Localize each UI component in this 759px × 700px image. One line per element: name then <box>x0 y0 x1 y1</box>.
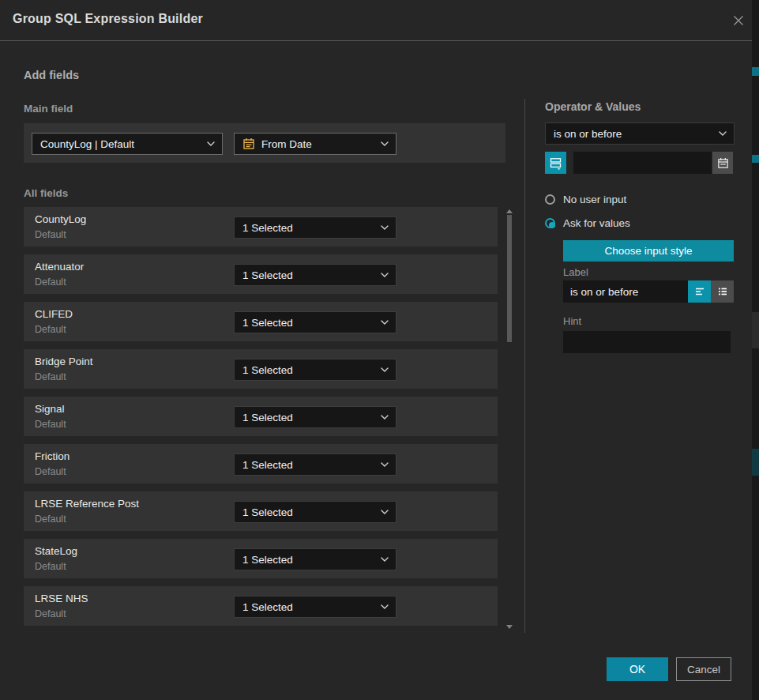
chevron-down-icon <box>381 141 389 147</box>
radio-label: No user input <box>563 194 626 205</box>
chevron-down-icon <box>381 415 389 420</box>
field-name: StateLog <box>35 545 77 557</box>
scroll-up-icon[interactable] <box>506 209 513 213</box>
field-row: LRSE Reference Post Default 1 Selected <box>24 491 498 531</box>
field-subtitle: Default <box>35 514 66 525</box>
field-row: Bridge Point Default 1 Selected <box>24 349 498 389</box>
operator-dropdown[interactable]: is on or before <box>545 122 735 145</box>
hint-field-label: Hint <box>563 315 581 327</box>
dialog-titlebar: Group SQL Expression Builder <box>0 0 752 41</box>
row-values-icon <box>549 156 562 170</box>
field-row: LRSE NHS Default 1 Selected <box>24 586 498 626</box>
dialog-title: Group SQL Expression Builder <box>13 12 203 26</box>
field-subtitle: Default <box>35 229 66 240</box>
radio-label: Ask for values <box>563 217 630 229</box>
field-name: LRSE NHS <box>35 593 88 604</box>
field-selection-dropdown[interactable]: 1 Selected <box>234 264 396 286</box>
field-selection-value: 1 Selected <box>242 459 293 471</box>
strip-gray-mark <box>752 312 759 348</box>
list-input-style-button[interactable] <box>711 280 734 303</box>
single-line-input-icon <box>693 285 706 298</box>
operator-values-heading: Operator & Values <box>545 100 641 113</box>
field-selection-dropdown[interactable]: 1 Selected <box>234 596 396 618</box>
field-row: Signal Default 1 Selected <box>24 397 498 436</box>
chevron-down-icon <box>381 225 389 231</box>
chevron-down-icon <box>381 462 389 468</box>
background-app-strip <box>752 0 759 700</box>
field-selection-value: 1 Selected <box>242 269 293 281</box>
all-fields-heading: All fields <box>24 187 68 199</box>
hint-input[interactable] <box>563 331 731 353</box>
radio-ask-for-values[interactable]: Ask for values <box>545 217 630 229</box>
field-selection-value: 1 Selected <box>242 317 293 329</box>
label-input[interactable] <box>563 280 688 303</box>
value-input[interactable] <box>573 152 712 174</box>
strip-accent-mark <box>752 155 759 163</box>
field-subtitle: Default <box>35 371 66 382</box>
field-name: Attenuator <box>35 261 84 273</box>
field-subtitle: Default <box>35 561 66 572</box>
close-icon <box>731 13 746 28</box>
scroll-down-icon[interactable] <box>506 625 513 629</box>
choose-input-style-button[interactable]: Choose input style <box>563 240 734 262</box>
field-name: CountyLog <box>35 213 86 225</box>
chevron-down-icon <box>381 367 389 373</box>
single-line-input-style-button[interactable] <box>688 280 711 303</box>
scrollbar-thumb[interactable] <box>507 215 512 342</box>
chevron-down-icon <box>719 131 727 137</box>
panel-divider <box>524 99 525 633</box>
field-selection-value: 1 Selected <box>242 554 293 566</box>
main-field-dropdown[interactable]: From Date <box>234 133 396 155</box>
main-field-value: From Date <box>261 138 312 150</box>
field-subtitle: Default <box>35 466 66 477</box>
field-subtitle: Default <box>35 324 66 335</box>
group-sql-expression-builder-dialog: Group SQL Expression Builder Add fields … <box>0 0 759 700</box>
radio-no-user-input[interactable]: No user input <box>545 194 626 205</box>
ok-button[interactable]: OK <box>607 657 668 681</box>
strip-accent-mark <box>752 449 759 476</box>
row-values-button[interactable] <box>545 152 566 174</box>
field-name: Signal <box>35 403 65 415</box>
field-row: Attenuator Default 1 Selected <box>24 254 498 294</box>
field-name: Friction <box>35 450 70 462</box>
field-selection-dropdown[interactable]: 1 Selected <box>234 406 396 428</box>
field-subtitle: Default <box>35 277 66 288</box>
chevron-down-icon <box>381 604 389 610</box>
field-subtitle: Default <box>35 419 66 430</box>
label-field-label: Label <box>563 266 588 278</box>
field-selection-dropdown[interactable]: 1 Selected <box>234 453 396 476</box>
radio-icon <box>545 194 555 205</box>
chevron-down-icon <box>207 141 215 147</box>
main-dataset-value: CountyLog | Default <box>40 138 134 150</box>
close-button[interactable] <box>731 13 746 28</box>
field-name: CLIFED <box>35 308 73 320</box>
field-row: Friction Default 1 Selected <box>24 444 498 484</box>
field-selection-dropdown[interactable]: 1 Selected <box>234 216 396 239</box>
operator-value: is on or before <box>554 128 622 140</box>
chevron-down-icon <box>381 273 389 278</box>
add-fields-heading: Add fields <box>24 69 79 81</box>
field-selection-dropdown[interactable]: 1 Selected <box>234 311 396 333</box>
all-fields-list: CountyLog Default 1 Selected Attenuator … <box>24 207 498 634</box>
chevron-down-icon <box>381 510 389 515</box>
field-selection-dropdown[interactable]: 1 Selected <box>234 359 396 381</box>
field-name: Bridge Point <box>35 356 93 367</box>
main-field-heading: Main field <box>24 103 73 115</box>
chevron-down-icon <box>381 320 389 326</box>
field-selection-value: 1 Selected <box>242 364 293 376</box>
field-selection-value: 1 Selected <box>242 506 293 518</box>
field-selection-value: 1 Selected <box>242 412 293 423</box>
field-subtitle: Default <box>35 608 66 619</box>
field-row: CLIFED Default 1 Selected <box>24 302 498 341</box>
field-selection-dropdown[interactable]: 1 Selected <box>234 548 396 570</box>
cancel-button[interactable]: Cancel <box>676 657 731 681</box>
field-selection-value: 1 Selected <box>242 601 293 613</box>
strip-accent-mark <box>752 67 759 76</box>
calendar-icon <box>242 137 255 150</box>
main-dataset-dropdown[interactable]: CountyLog | Default <box>32 133 223 155</box>
field-selection-dropdown[interactable]: 1 Selected <box>234 501 396 523</box>
field-row: StateLog Default 1 Selected <box>24 539 498 578</box>
date-picker-button[interactable] <box>712 152 733 174</box>
calendar-icon <box>717 157 729 169</box>
field-row: CountyLog Default 1 Selected <box>24 207 498 247</box>
